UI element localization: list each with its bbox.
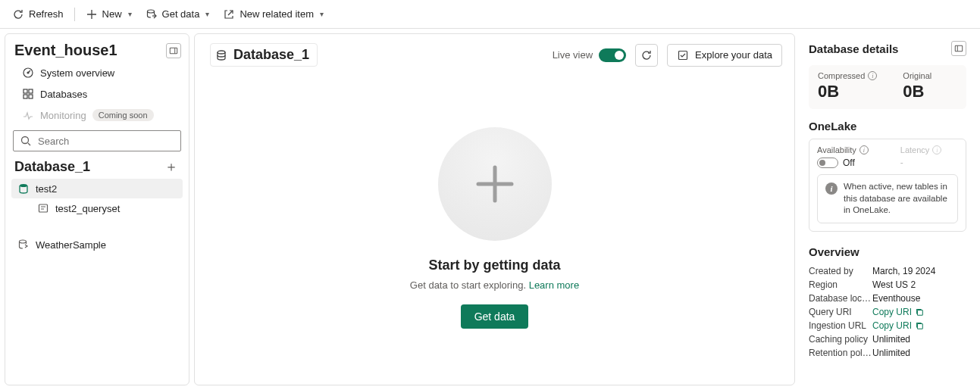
- refresh-label: Refresh: [29, 8, 64, 20]
- svg-rect-16: [917, 323, 922, 329]
- onelake-availability-toggle[interactable]: [817, 158, 838, 168]
- onelake-section-title: OneLake: [809, 120, 966, 133]
- chevron-down-icon: ▾: [205, 10, 209, 18]
- info-icon: i: [825, 183, 838, 195]
- refresh-button[interactable]: Refresh: [6, 5, 70, 24]
- explore-label: Explore your data: [695, 49, 772, 61]
- latency-value: -: [900, 158, 942, 168]
- new-related-label: New related item: [240, 8, 314, 20]
- ov-retention-value: Unlimited: [872, 348, 910, 358]
- open-new-icon: [223, 8, 235, 20]
- svg-rect-15: [917, 310, 922, 315]
- ov-location-label: Database locati…: [809, 293, 872, 304]
- search-icon: [20, 135, 32, 147]
- explore-data-button[interactable]: Explore your data: [667, 44, 782, 67]
- svg-rect-13: [679, 51, 687, 59]
- empty-state: Start by getting data Get data to start …: [195, 71, 794, 385]
- top-toolbar: Refresh New ▾ Get data ▾ New related ite…: [0, 0, 980, 29]
- copy-ingestion-uri-link[interactable]: Copy URI: [872, 320, 924, 331]
- empty-state-graphic: [438, 127, 552, 241]
- tree-item-test2[interactable]: test2: [11, 179, 183, 198]
- copy-icon: [915, 321, 924, 330]
- coming-soon-badge: Coming soon: [92, 109, 154, 121]
- database-breadcrumb[interactable]: Database_1: [210, 43, 318, 67]
- overview-section-title: Overview: [809, 245, 966, 258]
- ov-retention-label: Retention policy: [809, 348, 872, 358]
- svg-point-0: [147, 10, 154, 13]
- ov-caching-value: Unlimited: [872, 334, 910, 345]
- empty-state-subtitle: Get data to start exploring. Learn more: [410, 279, 579, 291]
- get-data-button[interactable]: Get data: [461, 304, 529, 329]
- info-icon[interactable]: i: [859, 145, 869, 154]
- ov-created-value: March, 19 2024: [872, 266, 935, 276]
- collapse-panel-button[interactable]: [166, 43, 181, 58]
- live-view-toggle[interactable]: [599, 48, 626, 62]
- get-data-dropdown-button[interactable]: Get data ▾: [139, 5, 216, 24]
- database-icon: [215, 49, 227, 61]
- tree-item-label: test2: [36, 183, 57, 195]
- breadcrumb-label: Database_1: [233, 47, 309, 63]
- details-title: Database details: [809, 42, 898, 55]
- info-icon[interactable]: i: [868, 71, 877, 80]
- empty-state-title: Start by getting data: [428, 257, 560, 273]
- svg-point-9: [20, 184, 27, 187]
- size-stats: Compressedi 0B Original 0B: [809, 65, 966, 109]
- get-data-label: Get data: [162, 8, 200, 20]
- live-view-label: Live view: [553, 49, 593, 61]
- svg-rect-1: [170, 48, 177, 54]
- nav-databases[interactable]: Databases: [5, 83, 189, 105]
- new-label: New: [102, 8, 122, 20]
- onelake-info-text: When active, new tables in this database…: [844, 181, 950, 217]
- refresh-icon: [640, 49, 653, 61]
- svg-point-3: [27, 72, 29, 73]
- database-in-icon: [146, 8, 158, 20]
- database-tree-title: Database_1: [14, 159, 90, 175]
- original-value: 0B: [903, 82, 931, 101]
- ov-region-label: Region: [809, 279, 872, 290]
- search-field[interactable]: [13, 130, 181, 151]
- availability-value: Off: [843, 158, 855, 168]
- svg-rect-10: [39, 204, 48, 212]
- nav-system-overview-label: System overview: [40, 67, 114, 79]
- gauge-icon: [22, 67, 34, 79]
- nav-monitoring-label: Monitoring: [40, 110, 86, 121]
- database-icon: [17, 183, 30, 195]
- main-panel: Database_1 Live view Explore your data: [194, 33, 795, 385]
- nav-monitoring: Monitoring Coming soon: [5, 105, 189, 126]
- copy-query-uri-link[interactable]: Copy URI: [872, 307, 924, 317]
- svg-point-8: [22, 137, 29, 144]
- overview-list: Created byMarch, 19 2024 RegionWest US 2…: [809, 264, 966, 360]
- new-button[interactable]: New ▾: [80, 5, 138, 24]
- onelake-card: Availabilityi Off Latencyi - i When acti…: [809, 139, 966, 232]
- tree-item-label: WeatherSample: [36, 239, 106, 251]
- ov-query-uri-label: Query URI: [809, 307, 872, 317]
- info-icon: i: [932, 145, 941, 154]
- chevron-down-icon: ▾: [128, 10, 132, 18]
- ov-location-value: Eventhouse: [872, 293, 920, 304]
- eventhouse-title: Event_house1: [14, 42, 117, 59]
- expand-details-button[interactable]: [951, 41, 966, 56]
- ov-caching-label: Caching policy: [809, 334, 872, 345]
- svg-point-12: [218, 51, 225, 54]
- details-panel: Database details Compressedi 0B Original…: [800, 33, 975, 385]
- add-item-button[interactable]: ＋: [164, 158, 178, 176]
- new-related-button[interactable]: New related item ▾: [217, 5, 330, 24]
- onelake-info-message: i When active, new tables in this databa…: [817, 174, 958, 223]
- monitor-icon: [22, 109, 34, 121]
- tree-item-test2-queryset[interactable]: test2_queryset: [11, 198, 183, 218]
- learn-more-link[interactable]: Learn more: [529, 279, 579, 291]
- svg-rect-14: [955, 45, 962, 51]
- tree-item-label: test2_queryset: [55, 203, 120, 214]
- ov-region-value: West US 2: [872, 279, 916, 290]
- tree-item-weathersample[interactable]: WeatherSample: [11, 235, 183, 254]
- left-panel: Event_house1 System overview Databases M…: [5, 33, 189, 385]
- search-input[interactable]: [36, 135, 174, 148]
- queryset-icon: [37, 202, 49, 214]
- plus-large-icon: [471, 160, 519, 208]
- refresh-main-button[interactable]: [635, 44, 658, 67]
- plus-icon: [86, 8, 98, 20]
- explore-icon: [677, 49, 689, 61]
- nav-system-overview[interactable]: System overview: [5, 62, 189, 83]
- availability-label: Availability: [817, 145, 856, 154]
- database-shortcut-icon: [17, 239, 30, 251]
